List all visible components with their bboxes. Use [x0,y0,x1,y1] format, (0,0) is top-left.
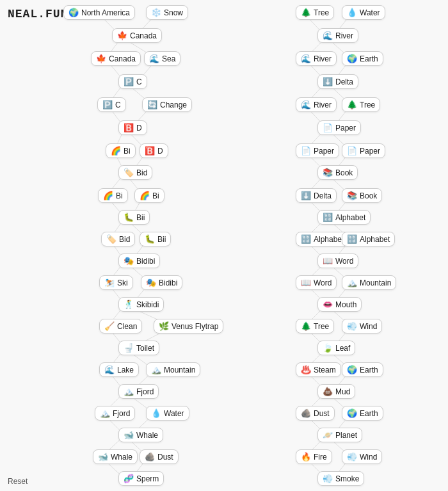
node-earth2[interactable]: 🌍Earth [342,362,383,377]
node-planet[interactable]: 🪐Planet [317,428,362,442]
node-label-bi1: Bi [124,147,131,156]
node-leaf[interactable]: 🍃Leaf [317,341,355,355]
node-toilet[interactable]: 🚽Toilet [118,341,159,355]
node-label-bii1: Bii [136,213,145,222]
node-mud[interactable]: 💩Mud [317,384,355,399]
node-paper3[interactable]: 📄Paper [342,143,385,158]
node-label-toilet: Toilet [136,344,154,353]
node-ski[interactable]: ⛷️Ski [99,275,133,290]
node-bi1[interactable]: 🌈Bi [106,143,136,158]
node-alphabet1[interactable]: 🔡Alphabet [317,210,371,225]
node-label-alphabet2: Alphabet [314,235,344,244]
node-c2[interactable]: 🅿️C [97,97,126,112]
node-icon-water_left: 💧 [151,408,161,418]
node-skibidi[interactable]: 🕺Skibidi [118,297,164,312]
node-whale1[interactable]: 🐋Whale [118,428,163,442]
node-delta1[interactable]: ⬇️Delta [317,74,358,89]
node-paper1[interactable]: 📄Paper [317,120,361,135]
node-label-water_left: Water [164,409,184,418]
node-icon-earth3: 🌍 [347,408,357,418]
node-north_america[interactable]: 🌍North America [63,5,135,20]
node-c1[interactable]: 🅿️C [118,74,147,89]
node-icon-tree3: 🌲 [301,321,311,331]
node-delta2[interactable]: ⬇️Delta [296,188,337,203]
node-alphabet2[interactable]: 🔡Alphabet [296,232,349,246]
node-wind2[interactable]: 💨Wind [342,449,382,464]
node-icon-sea: 🌊 [149,54,159,63]
node-label-c2: C [115,101,121,109]
node-dust_left[interactable]: 🪨Dust [140,449,179,464]
node-icon-wind2: 💨 [347,452,357,462]
node-water1[interactable]: 💧Water [342,5,385,20]
node-canada2[interactable]: 🍁Canada [91,51,141,66]
node-dust_right[interactable]: 🪨Dust [296,406,335,421]
node-sea[interactable]: 🌊Sea [144,51,180,66]
node-mountain2[interactable]: 🏔️Mountain [342,275,396,290]
node-book1[interactable]: 📚Book [317,165,358,180]
node-bi2[interactable]: 🌈Bi [98,188,128,203]
node-canada1[interactable]: 🍁Canada [112,28,162,43]
node-icon-tree1: 🌲 [301,8,311,17]
node-river2[interactable]: 🌊River [296,51,337,66]
node-icon-word1: 📖 [323,256,333,266]
node-icon-canada1: 🍁 [117,31,127,40]
node-river1[interactable]: 🌊River [317,28,358,43]
node-river3[interactable]: 🌊River [296,97,337,112]
node-icon-mountain1: 🏔️ [151,365,161,374]
node-label-river3: River [314,101,332,109]
node-change[interactable]: 🔄Change [142,97,192,112]
node-earth3[interactable]: 🌍Earth [342,406,383,421]
node-d2[interactable]: 🅱️D [140,143,168,158]
node-bii2[interactable]: 🐛Bii [140,232,171,246]
node-d1[interactable]: 🅱️D [118,120,147,135]
node-book2[interactable]: 📚Book [342,188,382,203]
node-fire[interactable]: 🔥Fire [296,449,332,464]
node-bidibi1[interactable]: 🎭Bidibi [118,254,160,268]
node-mountain1[interactable]: 🏔️Mountain [146,362,200,377]
node-bidibi2[interactable]: 🎭Bidibi [141,275,182,290]
node-smoke[interactable]: 💨Smoke [317,471,364,486]
node-label-fjord1: Fjord [136,387,154,396]
node-icon-lake: 🌊 [104,365,115,374]
node-icon-earth1: 🌍 [347,54,357,63]
node-icon-paper1: 📄 [323,123,333,133]
node-bii1[interactable]: 🐛Bii [118,210,150,225]
node-mouth[interactable]: 👄Mouth [317,297,362,312]
node-word2[interactable]: 📖Word [296,275,337,290]
node-bid[interactable]: 🏷️Bid [118,165,152,180]
node-bid2[interactable]: 🏷️Bid [101,232,135,246]
node-fjord1[interactable]: 🏔️Fjord [118,384,159,399]
node-venus[interactable]: 🌿Venus Flytrap [154,319,223,334]
node-tree1[interactable]: 🌲Tree [296,5,334,20]
node-fjord2[interactable]: 🏔️Fjord [95,406,135,421]
node-lake[interactable]: 🌊Lake [99,362,139,377]
node-word1[interactable]: 📖Word [317,254,358,268]
node-icon-river2: 🌊 [301,54,311,63]
node-clean[interactable]: 🧹Clean [99,319,142,334]
node-label-mountain1: Mountain [164,366,195,374]
node-tree2[interactable]: 🌲Tree [342,97,380,112]
node-whale2[interactable]: 🐋Whale [93,449,138,464]
node-wind1[interactable]: 💨Wind [342,319,382,334]
node-label-river1: River [335,31,353,40]
node-bi3[interactable]: 🌈Bi [134,188,164,203]
node-label-tree2: Tree [360,101,375,109]
node-icon-change: 🔄 [147,100,157,109]
node-steam[interactable]: ♨️Steam [296,362,341,377]
node-water_left[interactable]: 💧Water [146,406,189,421]
reset-button[interactable]: Reset [8,477,28,486]
node-label-ski: Ski [117,278,128,287]
node-label-earth1: Earth [360,54,378,63]
node-label-snow: Snow [164,8,183,17]
node-label-whale2: Whale [111,453,132,462]
node-label-water1: Water [360,8,380,17]
node-icon-bii1: 🐛 [124,213,134,222]
node-snow[interactable]: ❄️Snow [146,5,188,20]
node-paper2[interactable]: 📄Paper [296,143,339,158]
node-tree3[interactable]: 🌲Tree [296,319,334,334]
node-label-mouth: Mouth [335,300,356,309]
node-icon-leaf: 🍃 [323,343,333,353]
node-sperm[interactable]: 🧬Sperm [118,471,164,486]
node-earth1[interactable]: 🌍Earth [342,51,383,66]
node-alphabet3[interactable]: 🔡Alphabet [342,232,395,246]
